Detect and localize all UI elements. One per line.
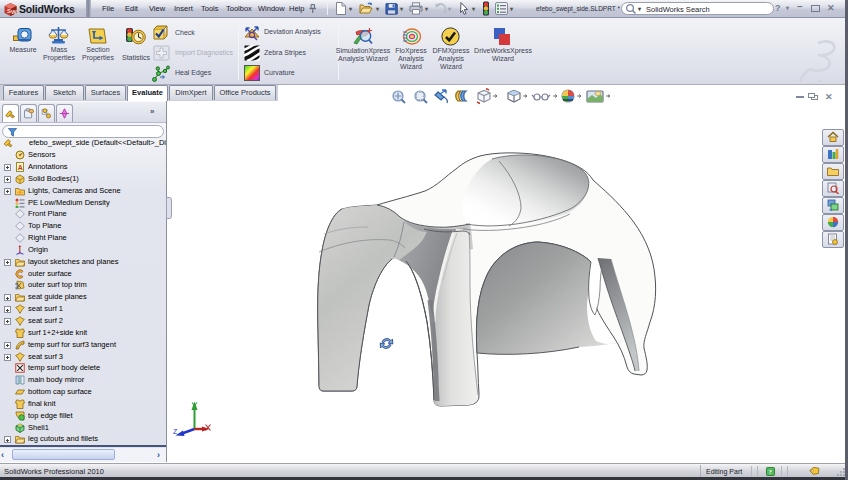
svg-text:W: W — [11, 9, 17, 15]
svg-text:?: ? — [768, 468, 771, 475]
svg-text:A: A — [18, 163, 23, 170]
svg-text:Z: Z — [173, 428, 178, 435]
